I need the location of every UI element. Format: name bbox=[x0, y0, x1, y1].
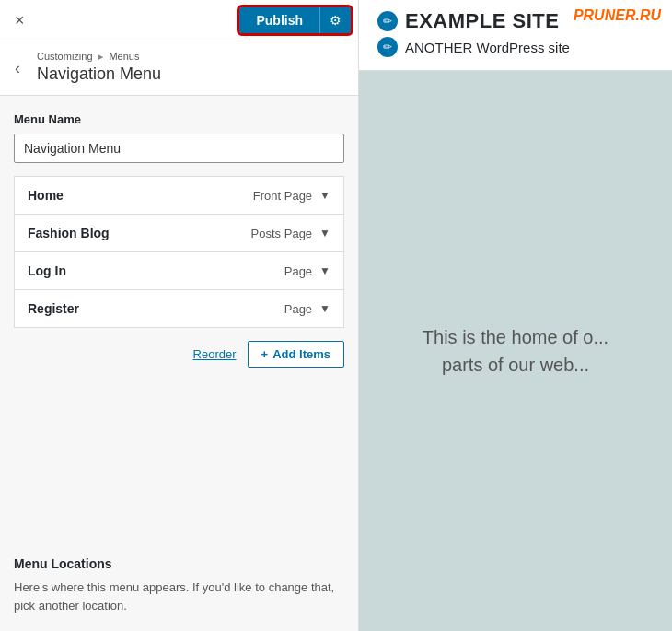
site-body-text: This is the home of o...parts of our web… bbox=[423, 323, 608, 379]
menu-item-register-type: Page bbox=[284, 302, 312, 316]
site1-icon: ✏ bbox=[377, 11, 398, 31]
site-content: This is the home of o...parts of our web… bbox=[359, 71, 672, 631]
publish-button[interactable]: Publish bbox=[239, 7, 319, 33]
site2-row: ✏ ANOTHER WordPress site bbox=[377, 37, 654, 57]
menu-item-login[interactable]: Log In Page ▼ bbox=[15, 252, 343, 290]
breadcrumb-part1: Customizing bbox=[37, 51, 93, 62]
menu-item-fashion-blog-type: Posts Page bbox=[251, 227, 313, 240]
breadcrumb: Customizing ► Menus bbox=[37, 51, 344, 62]
add-items-button[interactable]: + Add Items bbox=[248, 341, 344, 368]
chevron-down-icon: ▼ bbox=[319, 302, 330, 315]
site2-icon: ✏ bbox=[377, 37, 398, 57]
menu-locations-section: Menu Locations Here's where this menu ap… bbox=[0, 556, 358, 631]
section-title: Navigation Menu bbox=[37, 64, 344, 84]
publish-group: Publish ⚙ bbox=[239, 7, 351, 33]
close-button[interactable]: × bbox=[7, 8, 32, 32]
site1-name: EXAMPLE SITE bbox=[405, 9, 559, 33]
menu-name-input[interactable] bbox=[14, 134, 344, 163]
top-bar: × Publish ⚙ bbox=[0, 0, 358, 41]
menu-item-login-name: Log In bbox=[28, 263, 66, 278]
menu-item-home-type: Front Page bbox=[253, 189, 312, 203]
back-button[interactable]: ‹ bbox=[9, 55, 26, 82]
panel-content: Menu Name Home Front Page ▼ Fashion Blog… bbox=[0, 96, 358, 556]
menu-locations-description: Here's where this menu appears. If you'd… bbox=[14, 578, 344, 614]
settings-button[interactable]: ⚙ bbox=[319, 7, 351, 33]
left-panel: × Publish ⚙ ‹ Customizing ► Menus Naviga… bbox=[0, 0, 359, 631]
breadcrumb-section: ‹ Customizing ► Menus Navigation Menu bbox=[0, 41, 358, 96]
menu-item-register[interactable]: Register Page ▼ bbox=[15, 290, 343, 327]
actions-row: Reorder + Add Items bbox=[14, 341, 344, 368]
breadcrumb-part2: Menus bbox=[109, 51, 139, 62]
menu-locations-title: Menu Locations bbox=[14, 556, 344, 571]
menu-item-login-type: Page bbox=[284, 264, 312, 278]
menu-item-home[interactable]: Home Front Page ▼ bbox=[15, 177, 343, 215]
menu-item-home-name: Home bbox=[28, 188, 64, 203]
site2-name: ANOTHER WordPress site bbox=[405, 40, 570, 55]
menu-item-register-name: Register bbox=[28, 301, 79, 316]
menu-item-fashion-blog-name: Fashion Blog bbox=[28, 226, 110, 240]
add-items-label: Add Items bbox=[272, 347, 330, 361]
plus-icon: + bbox=[261, 347, 269, 361]
reorder-button[interactable]: Reorder bbox=[193, 347, 237, 361]
site-header: PRUNER.RU ✏ EXAMPLE SITE ✏ ANOTHER WordP… bbox=[359, 0, 672, 71]
chevron-down-icon: ▼ bbox=[319, 189, 330, 202]
menu-items-list: Home Front Page ▼ Fashion Blog Posts Pag… bbox=[14, 176, 344, 328]
chevron-down-icon: ▼ bbox=[319, 264, 330, 277]
menu-item-fashion-blog[interactable]: Fashion Blog Posts Page ▼ bbox=[15, 215, 343, 252]
chevron-down-icon: ▼ bbox=[319, 227, 330, 240]
right-panel: PRUNER.RU ✏ EXAMPLE SITE ✏ ANOTHER WordP… bbox=[359, 0, 672, 631]
pruner-link[interactable]: PRUNER.RU bbox=[574, 7, 661, 24]
menu-name-label: Menu Name bbox=[14, 112, 344, 126]
breadcrumb-arrow: ► bbox=[97, 52, 106, 62]
